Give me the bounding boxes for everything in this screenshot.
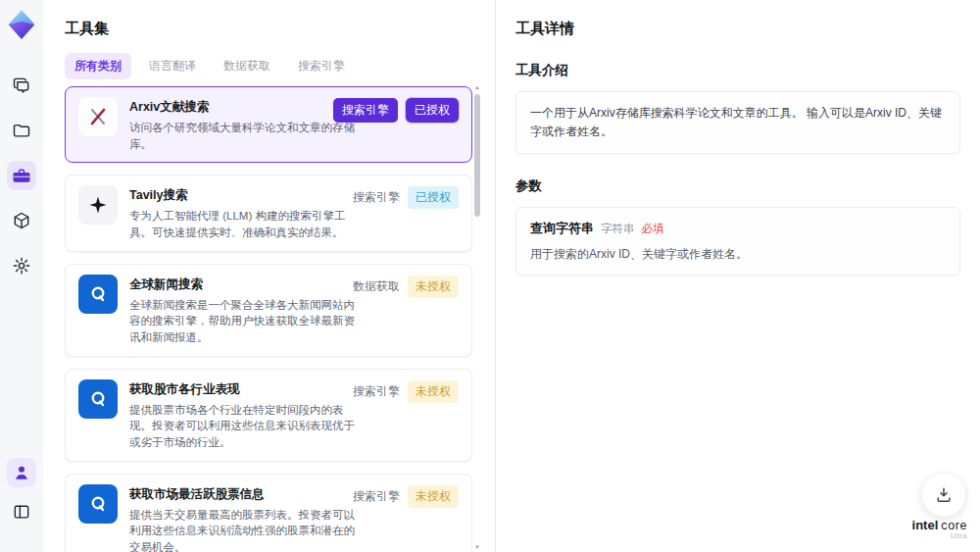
tool-description: 访问各个研究领域大量科学论文和文章的存储库。 — [129, 120, 365, 152]
param-required-flag: 必填 — [642, 222, 664, 236]
chat-icon — [12, 75, 31, 95]
tool-description: 专为人工智能代理 (LLM) 构建的搜索引擎工具。可快速提供实时、准确和真实的结… — [129, 208, 365, 240]
tool-list: Arxiv文献搜索 访问各个研究领域大量科学论文和文章的存储库。 搜索引擎 已授… — [65, 86, 472, 552]
tool-card-tavily[interactable]: Tavily搜索 专为人工智能代理 (LLM) 构建的搜索引擎工具。可快速提供实… — [65, 175, 472, 251]
list-scrollbar[interactable]: ▲ ▼ — [473, 84, 481, 550]
category-badge: 搜索引擎 — [353, 488, 400, 505]
scroll-up-icon[interactable]: ▲ — [473, 84, 481, 90]
core-logo-text: core — [941, 520, 967, 533]
tool-details-panel: 工具详情 工具介绍 一个用于从Arxiv存储库搜索科学论文和文章的工具。 输入可… — [495, 0, 980, 552]
auth-status-badge: 已授权 — [408, 186, 459, 209]
param-box: 查询字符串 字符串 必填 用于搜索的Arxiv ID、关键字或作者姓名。 — [515, 207, 960, 276]
auth-status-badge: 未授权 — [408, 276, 459, 298]
tab-all-categories[interactable]: 所有类别 — [65, 53, 131, 79]
tool-title: 获取市场最活跃股票信息 — [129, 486, 365, 503]
scroll-down-icon[interactable]: ▼ — [473, 544, 481, 550]
arxiv-icon — [78, 97, 118, 136]
category-badge: 数据获取 — [353, 278, 400, 295]
app-logo — [5, 8, 38, 41]
category-badge: 搜索引擎 — [333, 98, 398, 123]
sidebar-item-models[interactable] — [7, 206, 36, 235]
intel-core-logo: intel core Ultra — [912, 519, 967, 540]
toolbox-icon — [12, 166, 31, 185]
panel-toggle-icon — [12, 502, 31, 522]
intro-box: 一个用于从Arxiv存储库搜索科学论文和文章的工具。 输入可以是Arxiv ID… — [515, 91, 960, 154]
gear-icon — [12, 256, 31, 276]
qnews-icon — [78, 275, 118, 314]
tavily-star-icon — [78, 185, 118, 225]
param-name: 查询字符串 — [530, 220, 594, 237]
auth-status-badge: 未授权 — [408, 485, 459, 508]
params-heading: 参数 — [515, 177, 960, 195]
sidebar-item-settings[interactable] — [7, 251, 36, 280]
intro-heading: 工具介绍 — [515, 62, 960, 79]
details-title: 工具详情 — [515, 20, 960, 38]
sidebar-item-files[interactable] — [7, 116, 36, 145]
tab-search-engine[interactable]: 搜索引擎 — [288, 53, 355, 79]
download-icon — [934, 485, 954, 505]
auth-status-badge: 已授权 — [406, 98, 459, 123]
tool-title: Arxiv文献搜索 — [129, 99, 365, 116]
scrollbar-thumb[interactable] — [474, 94, 480, 217]
sidebar-item-collapse[interactable] — [7, 497, 36, 527]
cube-icon — [12, 211, 31, 230]
tool-title: 获取股市各行业表现 — [129, 381, 365, 398]
tab-language-translation[interactable]: 语言翻译 — [139, 53, 206, 79]
category-badge: 搜索引擎 — [353, 189, 400, 206]
sidebar-item-tools[interactable] — [7, 161, 36, 190]
download-button[interactable] — [922, 474, 965, 517]
tool-description: 提供当天交易量最高的股票列表。投资者可以利用这些信息来识别流动性强的股票和潜在的… — [129, 507, 365, 552]
tool-card-global-news[interactable]: 全球新闻搜索 全球新闻搜索是一个聚合全球各大新闻网站内容的搜索引擎，帮助用户快速… — [65, 264, 472, 357]
intro-text: 一个用于从Arxiv存储库搜索科学论文和文章的工具。 输入可以是Arxiv ID… — [530, 104, 946, 141]
qnews-icon — [78, 484, 118, 524]
folder-icon — [12, 121, 31, 140]
param-description: 用于搜索的Arxiv ID、关键字或作者姓名。 — [530, 246, 946, 263]
tool-card-stock-sectors[interactable]: 获取股市各行业表现 提供股票市场各个行业在特定时间段内的表现。投资者可以利用这些… — [65, 369, 472, 462]
left-sidebar — [0, 0, 43, 552]
tab-data-acquisition[interactable]: 数据获取 — [214, 53, 280, 79]
qnews-icon — [78, 379, 118, 419]
user-icon — [12, 463, 31, 482]
tool-description: 提供股票市场各个行业在特定时间段内的表现。投资者可以利用这些信息来识别表现优于或… — [129, 402, 365, 451]
tool-title: 全球新闻搜索 — [129, 276, 365, 293]
sidebar-item-chat[interactable] — [7, 71, 36, 100]
page-title: 工具集 — [65, 20, 495, 38]
ultra-logo-text: Ultra — [951, 532, 967, 540]
tool-description: 全球新闻搜索是一个聚合全球各大新闻网站内容的搜索引擎，帮助用户快速获取全球最新资… — [129, 297, 365, 346]
tool-card-active-stocks[interactable]: 获取市场最活跃股票信息 提供当天交易量最高的股票列表。投资者可以利用这些信息来识… — [65, 474, 472, 552]
param-type: 字符串 — [601, 222, 635, 236]
category-tabs: 所有类别 语言翻译 数据获取 搜索引擎 — [65, 53, 495, 79]
tool-card-arxiv[interactable]: Arxiv文献搜索 访问各个研究领域大量科学论文和文章的存储库。 搜索引擎 已授… — [65, 86, 472, 163]
tools-panel: 工具集 所有类别 语言翻译 数据获取 搜索引擎 Arxiv文献搜索 访问各个研究… — [43, 0, 495, 552]
intel-logo-text: intel — [912, 519, 939, 532]
auth-status-badge: 未授权 — [408, 380, 459, 403]
category-badge: 搜索引擎 — [353, 383, 400, 400]
sidebar-item-account[interactable] — [7, 458, 36, 487]
tool-title: Tavily搜索 — [129, 187, 365, 204]
